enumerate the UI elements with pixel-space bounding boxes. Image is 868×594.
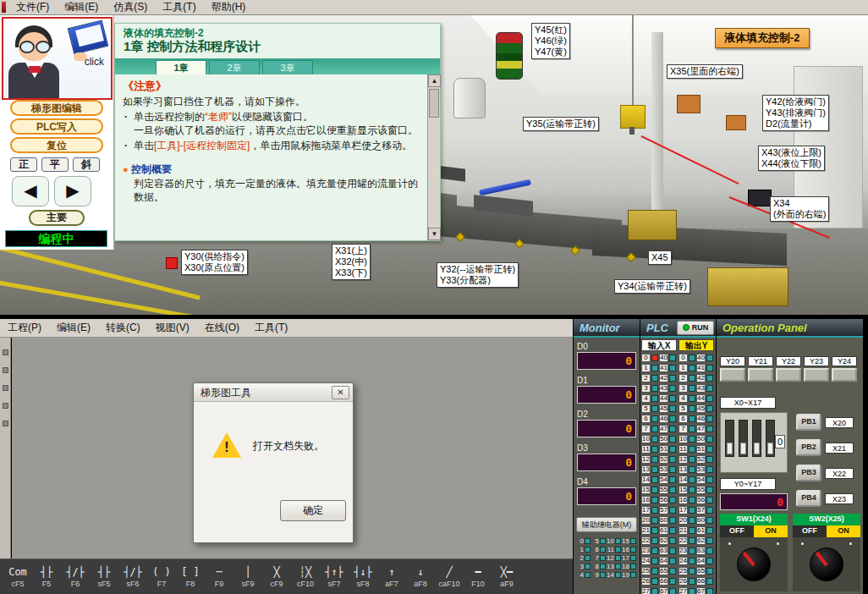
m-relay-row: 491419 xyxy=(576,570,640,579)
bullet-icon: · xyxy=(124,110,128,124)
push-button-PB1[interactable]: PB1 xyxy=(796,414,821,431)
toolbar-grip-icon[interactable] xyxy=(3,421,8,426)
ladder-menu-item-1[interactable]: 编辑(E) xyxy=(49,320,98,336)
toolbar-grip-icon[interactable] xyxy=(3,349,8,355)
plc-address: 0 xyxy=(678,354,688,362)
sim-menu-item-0[interactable]: 文件(F) xyxy=(8,0,57,15)
output-lamp-Y23[interactable]: Y23 xyxy=(804,356,829,382)
ladder-tool-cF10[interactable]: ┆╳cF10 xyxy=(291,561,320,593)
aux-relay-button[interactable]: 辅助继电器(M) xyxy=(576,517,637,532)
m-relay-cell: 0 xyxy=(576,537,591,545)
scroll-down-icon[interactable]: ▼ xyxy=(428,228,441,240)
ladder-tool-F8[interactable]: [ ]F8 xyxy=(176,561,205,593)
plc-indicator xyxy=(689,446,695,453)
ladder-tool-sF7[interactable]: ┤↑├sF7 xyxy=(320,561,349,593)
close-icon[interactable]: ✕ xyxy=(332,386,349,399)
plc-indicator xyxy=(706,385,713,392)
next-page-button[interactable]: ▶ xyxy=(54,176,91,206)
m-relay-indicator xyxy=(615,555,621,561)
sim-menu-item-2[interactable]: 仿真(S) xyxy=(106,0,155,15)
scroll-up-icon[interactable]: ▲ xyxy=(428,74,441,87)
rotary-knob-icon[interactable] xyxy=(810,547,843,581)
ok-button[interactable]: 确定 xyxy=(280,500,346,521)
sim-menu-item-4[interactable]: 帮助(H) xyxy=(204,0,254,15)
label-line: X43(液位上限) xyxy=(761,147,821,158)
tab-chapter-2[interactable]: 2章 xyxy=(209,60,260,74)
digital-switch[interactable] xyxy=(766,420,775,457)
toolbar-grip-icon[interactable] xyxy=(3,403,8,409)
reset-button[interactable]: 复位 xyxy=(10,137,103,153)
label-line: Y34(运输带正转) xyxy=(618,281,687,292)
plc-indicator xyxy=(689,527,695,534)
tutorial-body: 《注意》 如果学习窗口挡住了机器，请如下操作。 ·单击远程控制的“老师”以便隐藏… xyxy=(115,74,427,240)
digital-switch[interactable] xyxy=(752,420,761,457)
ladder-tool-cF9[interactable]: ╳cF9 xyxy=(262,561,291,593)
sim-menu-item-3[interactable]: 工具(T) xyxy=(155,0,203,15)
sim-menu-item-1[interactable]: 编辑(E) xyxy=(57,0,106,15)
switch-handle xyxy=(740,443,746,454)
teacher-toggle[interactable]: click xyxy=(2,17,113,100)
output-lamp-Y22[interactable]: Y22 xyxy=(776,356,801,382)
view-oblique-button[interactable]: 斜 xyxy=(73,157,100,172)
digital-switch[interactable] xyxy=(739,420,748,457)
m-relay-cell: 19 xyxy=(622,571,637,579)
plc-row: 545545 xyxy=(641,404,716,414)
prev-page-button[interactable]: ◀ xyxy=(12,176,49,206)
ladder-tool-F7[interactable]: ( )F7 xyxy=(147,561,176,593)
ladder-menu-item-5[interactable]: 工具(T) xyxy=(247,320,295,336)
plc-write-button[interactable]: PLC写入 xyxy=(10,118,103,135)
push-button-PB2[interactable]: PB2 xyxy=(796,439,821,456)
plc-address: 20 xyxy=(678,516,688,525)
output-lamp-Y24[interactable]: Y24 xyxy=(832,356,857,382)
ladder-tool-F10[interactable]: ━F10 xyxy=(464,561,492,593)
push-button-PB4[interactable]: PB4 xyxy=(796,490,821,507)
ladder-tool-cF5[interactable]: ComcF5 xyxy=(3,561,32,593)
register-block: D30 xyxy=(577,443,636,471)
tab-chapter-1[interactable]: 1章 xyxy=(156,60,206,74)
tutorial-scrollbar[interactable]: ▲ ▼ xyxy=(427,74,440,240)
m-relay-indicator xyxy=(630,547,636,553)
ladder-menu-item-2[interactable]: 转换(C) xyxy=(98,320,148,336)
digital-switch[interactable] xyxy=(725,420,734,457)
m-relay-number: 13 xyxy=(607,563,614,570)
ladder-tool-sF8[interactable]: ┤↓├sF8 xyxy=(349,561,377,593)
output-lamp-Y21[interactable]: Y21 xyxy=(748,356,773,382)
plc-indicator xyxy=(651,537,658,544)
scrollbar-thumb[interactable] xyxy=(429,89,439,118)
ladder-edit-button[interactable]: 梯形图编辑 xyxy=(10,100,103,116)
origin-position-label: Y30(供给指令) X30(原点位置) xyxy=(166,250,248,275)
scene-device-label: X31(上)X32(中)X33(下) xyxy=(332,244,371,280)
toolbar-grip-icon[interactable] xyxy=(3,385,8,391)
ladder-tool-aF7[interactable]: ↑aF7 xyxy=(377,561,406,593)
ladder-tool-F6[interactable]: ┤/├F6 xyxy=(61,561,90,593)
push-button-PB3[interactable]: PB3 xyxy=(796,465,821,481)
plc-address: 22 xyxy=(678,536,688,545)
dialog-titlebar[interactable]: 梯形图工具 xyxy=(194,383,353,402)
ladder-tool-sF5[interactable]: ┤├sF5 xyxy=(90,561,118,593)
plc-output-cells: 2666 xyxy=(678,576,714,586)
output-lamp-Y20[interactable]: Y20 xyxy=(720,356,745,382)
ladder-tool-aF9[interactable]: ╳━aF9 xyxy=(492,561,521,593)
ladder-tool-aF8[interactable]: ↓aF8 xyxy=(406,561,435,593)
plc-address: 2 xyxy=(678,374,688,382)
ladder-menu-item-3[interactable]: 视图(V) xyxy=(148,320,197,336)
ladder-tool-F5[interactable]: ┤├F5 xyxy=(32,561,61,593)
simulator-menubar: 文件(F)编辑(E)仿真(S)工具(T)帮助(H) xyxy=(0,0,868,15)
ladder-tool-sF9[interactable]: │sF9 xyxy=(233,561,262,593)
ladder-tool-caF10[interactable]: ╱caF10 xyxy=(435,561,464,593)
view-front-button[interactable]: 正 xyxy=(10,157,37,172)
plc-output-cells: 2767 xyxy=(678,586,714,594)
tab-chapter-3[interactable]: 3章 xyxy=(262,60,313,74)
label-line: (外面的右端) xyxy=(773,209,826,220)
plc-output-cells: 1454 xyxy=(678,475,714,485)
view-flat-button[interactable]: 平 xyxy=(41,157,69,172)
ladder-tool-sF6[interactable]: ┤/├sF6 xyxy=(118,561,147,593)
main-menu-button[interactable]: 主要 xyxy=(29,210,85,226)
plc-indicator xyxy=(669,355,676,361)
rotary-knob-icon[interactable] xyxy=(737,547,771,581)
toolbar-grip-icon[interactable] xyxy=(3,367,8,373)
plc-indicator xyxy=(651,405,658,412)
ladder-tool-F9[interactable]: ─F9 xyxy=(205,561,233,593)
ladder-menu-item-4[interactable]: 在线(O) xyxy=(197,320,247,336)
ladder-menu-item-0[interactable]: 工程(P) xyxy=(0,320,49,336)
